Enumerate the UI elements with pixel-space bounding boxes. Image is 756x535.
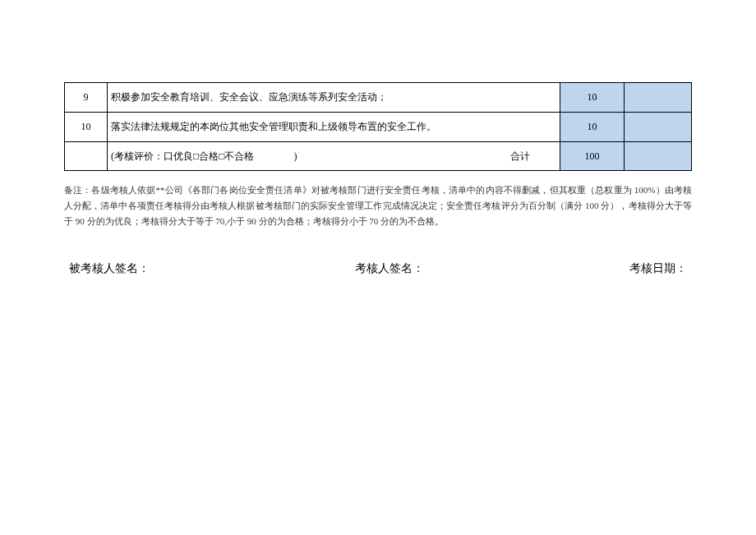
row-number: 10 (65, 112, 108, 141)
eval-label: (考核评价：口优良□合格□不合格 (111, 150, 255, 162)
signature-row: 被考核人签名： 考核人签名： 考核日期： (64, 261, 692, 276)
heji-label: 合计 (510, 150, 530, 164)
summary-last (625, 141, 692, 171)
examinee-signature-label: 被考核人签名： (69, 261, 150, 276)
row-last (625, 83, 692, 113)
eval-close: ) (294, 150, 297, 162)
row-description: 落实法律法规规定的本岗位其他安全管理职责和上级领导布置的安全工作。 (108, 112, 560, 141)
summary-desc: (考核评价：口优良□合格□不合格 ) 合计 (108, 141, 560, 171)
row-description: 积极参加安全教育培训、安全会议、应急演练等系列安全活动； (108, 83, 560, 113)
row-last (625, 112, 692, 141)
summary-num (65, 141, 108, 171)
table-row: 9 积极参加安全教育培训、安全会议、应急演练等系列安全活动； 10 (65, 83, 692, 113)
note-text: 备注：各级考核人依据**公司《各部门各岗位安全责任清单》对被考核部门进行安全责任… (64, 182, 692, 228)
summary-row: (考核评价：口优良□合格□不合格 ) 合计 100 (65, 141, 692, 171)
examiner-signature-label: 考核人签名： (355, 261, 424, 276)
summary-score: 100 (560, 141, 625, 171)
assessment-date-label: 考核日期： (629, 261, 687, 276)
row-score: 10 (560, 83, 625, 113)
table-row: 10 落实法律法规规定的本岗位其他安全管理职责和上级领导布置的安全工作。 10 (65, 112, 692, 141)
row-number: 9 (65, 83, 108, 113)
assessment-table: 9 积极参加安全教育培训、安全会议、应急演练等系列安全活动； 10 10 落实法… (64, 82, 692, 171)
row-score: 10 (560, 112, 625, 141)
